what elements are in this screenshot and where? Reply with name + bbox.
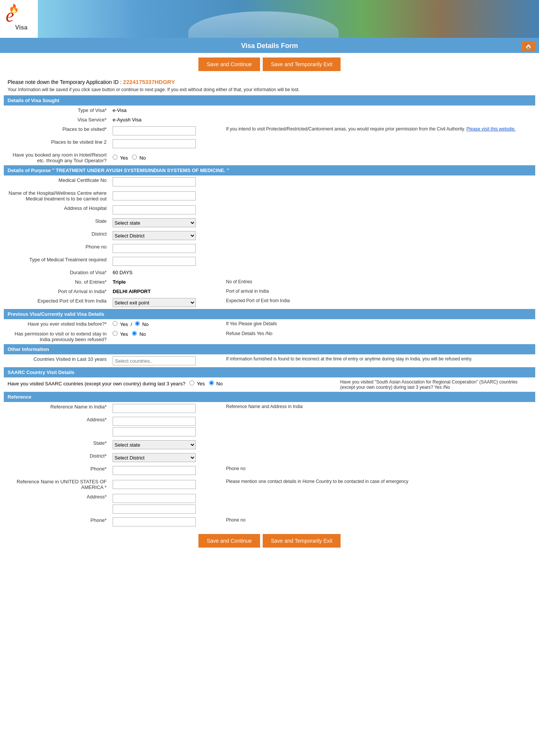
phone-label: Phone no	[4, 242, 110, 255]
refused-no-radio[interactable]	[132, 331, 137, 336]
logo: e 🔥 Visa	[0, 1, 38, 37]
port-exit-label: Expected Port of Exit from India	[4, 296, 110, 309]
visited-yes-label: Yes	[113, 321, 129, 327]
refused-no-label: No	[132, 331, 146, 337]
table-row: Phone no	[4, 242, 535, 255]
section-other-info: Other Information	[4, 344, 535, 354]
ref-phone-us-hint: Phone no	[223, 515, 535, 528]
app-id-line: Please note down the Temporary Applicati…	[8, 79, 531, 85]
saarc-no-radio[interactable]	[209, 380, 214, 385]
visited-india-label: Have you ever visited India before?*	[4, 319, 110, 329]
table-row: Have you booked any room in Hotel/Resort…	[4, 150, 535, 165]
refused-label: Has permission to visit or to extend sta…	[4, 329, 110, 344]
save-exit-button-top[interactable]: Save and Temporarily Exit	[263, 57, 341, 71]
save-exit-button-bottom[interactable]: Save and Temporarily Exit	[263, 534, 341, 548]
table-row: Expected Port of Exit from India Select …	[4, 296, 535, 309]
entries-value: Triple	[113, 279, 126, 285]
visited-india-yes-radio[interactable]	[113, 321, 118, 326]
places-link[interactable]: Please visit this website.	[466, 126, 516, 132]
hotel-yes-radio[interactable]	[113, 155, 118, 160]
medical-cert-label: Medical Certificate No	[4, 175, 110, 188]
other-info-table: Countries Visited in Last 10 years If in…	[4, 354, 535, 367]
port-arrival-hint: Port of arrival in India	[223, 287, 535, 296]
port-arrival-value: DELHI AIRPORT	[113, 289, 151, 294]
visa-sought-table: Type of Visa* e-Visa Visa Service* e-Ayu…	[4, 106, 535, 165]
ref-name-india-input[interactable]	[113, 404, 196, 413]
table-row: Have you visited SAARC countries (except…	[4, 377, 535, 392]
section-previous-visa: Previous Visa/Currently valid Visa Detai…	[4, 309, 535, 319]
table-row: Reference Name in UNITED STATES OF AMERI…	[4, 477, 535, 492]
countries-input[interactable]	[113, 356, 196, 365]
visited-india-no-radio[interactable]	[135, 321, 140, 326]
duration-label: Duration of Visa*	[4, 268, 110, 277]
ref-name-india-label: Reference Name in India*	[4, 402, 110, 415]
hospital-name-input[interactable]	[113, 191, 196, 200]
port-exit-select[interactable]: Select exit point	[113, 298, 196, 307]
previous-visa-table: Have you ever visited India before?* Yes…	[4, 319, 535, 344]
ref-address-label: Address*	[4, 415, 110, 438]
ref-phone-input[interactable]	[113, 466, 196, 475]
ref-name-us-hint: Please mention one contact details in Ho…	[223, 477, 535, 492]
hospital-address-input[interactable]	[113, 205, 196, 214]
section-reference: Reference	[4, 392, 535, 402]
refused-yes-label: Yes	[113, 331, 129, 337]
title-bar: Visa Details Form 🏠	[0, 39, 539, 53]
treatment-table: Medical Certificate No Name of the Hospi…	[4, 175, 535, 309]
places-line2-label: Places to be visited line 2	[4, 137, 110, 150]
treatment-type-input[interactable]	[113, 257, 196, 266]
hotel-no-radio[interactable]	[132, 155, 137, 160]
type-visa-label: Type of Visa*	[4, 106, 110, 115]
ref-name-us-input[interactable]	[113, 480, 196, 489]
places-visited-input[interactable]	[113, 126, 196, 135]
state-select[interactable]: Select state	[113, 218, 196, 227]
reference-table: Reference Name in India* Reference Name …	[4, 402, 535, 528]
places-visited-label: Places to be visited*	[4, 124, 110, 137]
hotel-no-label: No	[132, 155, 146, 161]
table-row: Visa Service* e-Ayush Visa	[4, 115, 535, 124]
countries-label: Countries Visited in Last 10 years	[4, 354, 110, 367]
hotel-label: Have you booked any room in Hotel/Resort…	[4, 150, 110, 165]
info-text: Your Information will be saved if you cl…	[8, 87, 531, 92]
table-row: Type of Visa* e-Visa	[4, 106, 535, 115]
ref-district-select[interactable]: Select District	[113, 453, 196, 462]
hospital-name-label: Name of the Hospital/Wellness Centre whe…	[4, 188, 110, 203]
ref-district-label: District*	[4, 451, 110, 464]
saarc-yes-label: Yes	[189, 381, 206, 387]
refused-yes-radio[interactable]	[113, 331, 118, 336]
table-row: District Select District	[4, 229, 535, 242]
ref-address-us-input-2[interactable]	[113, 505, 196, 514]
table-row: No. of Entries* Triple No of Entries	[4, 277, 535, 287]
bottom-buttons-area: Save and Continue Save and Temporarily E…	[0, 528, 539, 553]
port-exit-hint: Expected Port of Exit from India	[223, 296, 535, 309]
treatment-type-label: Type of Medical Treatment required	[4, 255, 110, 268]
top-buttons-area: Save and Continue Save and Temporarily E…	[0, 53, 539, 76]
district-select[interactable]: Select District	[113, 231, 196, 240]
ref-address-us-label: Address*	[4, 492, 110, 515]
table-row: Type of Medical Treatment required	[4, 255, 535, 268]
header-banner	[38, 0, 539, 38]
ref-address-input-1[interactable]	[113, 417, 196, 426]
ref-address-us-input-1[interactable]	[113, 494, 196, 503]
ref-phone-us-input[interactable]	[113, 517, 196, 526]
table-row: District* Select District	[4, 451, 535, 464]
saarc-visited-label: Have you visited SAARC countries (except…	[8, 381, 185, 387]
visa-service-label: Visa Service*	[4, 115, 110, 124]
save-continue-button-top[interactable]: Save and Continue	[198, 57, 260, 71]
section-saarc: SAARC Country Visit Details	[4, 367, 535, 377]
places-line2-input[interactable]	[113, 139, 196, 148]
ref-address-input-2[interactable]	[113, 427, 196, 436]
medical-cert-input[interactable]	[113, 177, 196, 186]
ref-state-select[interactable]: Select state	[113, 440, 196, 449]
table-row: Port of Arrival in India* DELHI AIRPORT …	[4, 287, 535, 296]
phone-input[interactable]	[113, 244, 196, 253]
duration-value: 60 DAYS	[113, 270, 133, 275]
refused-hint: Refuse Details Yes /No	[223, 329, 535, 344]
save-continue-button-bottom[interactable]: Save and Continue	[198, 534, 260, 548]
app-id: 2224175337HDGRY	[123, 79, 175, 85]
form-container: Details of Visa Sought Type of Visa* e-V…	[0, 95, 539, 528]
home-icon[interactable]: 🏠	[522, 41, 535, 51]
saarc-yes-radio[interactable]	[189, 380, 194, 385]
table-row: Reference Name in India* Reference Name …	[4, 402, 535, 415]
district-label: District	[4, 229, 110, 242]
table-row: Have you ever visited India before?* Yes…	[4, 319, 535, 329]
